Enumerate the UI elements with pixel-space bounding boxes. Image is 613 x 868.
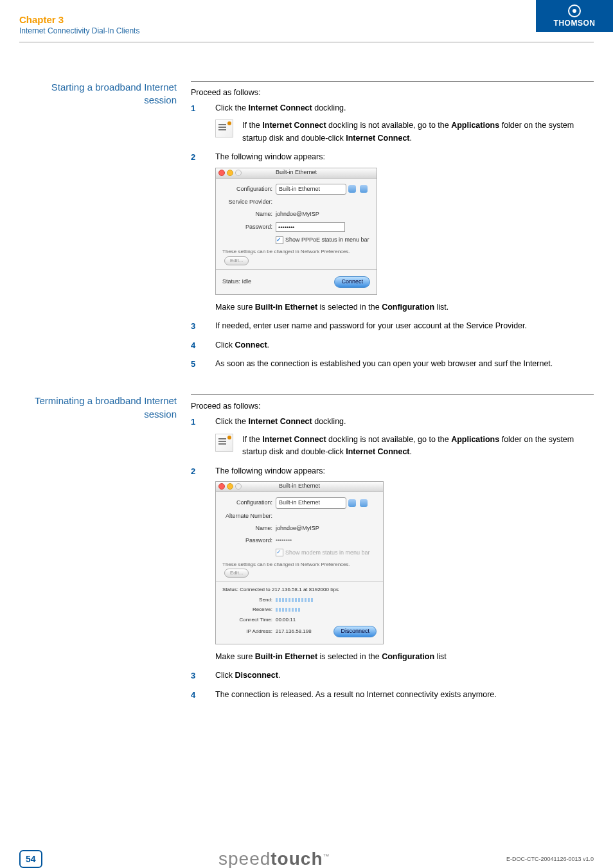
step-number: 4 (191, 689, 195, 702)
page-header: Chapter 3 Internet Connectivity Dial-In … (0, 0, 613, 39)
intro-text: Proceed as follows: (191, 402, 594, 411)
page-number: 54 (19, 850, 42, 868)
edit-button[interactable]: Edit... (224, 569, 249, 578)
ip-address-value: 217.136.58.198 (276, 628, 312, 635)
send-meter (276, 598, 314, 602)
step-number: 4 (191, 339, 195, 352)
password-label: Password: (222, 536, 276, 545)
note-text: If the Internet Connect dockling is not … (242, 120, 594, 145)
step-number: 3 (191, 320, 195, 333)
select-arrows-icon[interactable] (348, 499, 356, 507)
password-input[interactable]: •••••••• (276, 222, 345, 232)
speedtouch-logo: speedtouch™ (218, 849, 330, 868)
connect-time-value: 00:00:11 (276, 616, 296, 624)
section-terminating: Terminating a broadband Internet session… (19, 394, 594, 707)
step-number: 1 (191, 416, 195, 429)
name-label: Name: (222, 210, 276, 219)
password-value: •••••••• (276, 536, 377, 545)
note-text: If the Internet Connect dockling is not … (242, 434, 594, 459)
alternate-number-label: Alternate Number: (222, 512, 276, 521)
step-3: 3 Click Disconnect. (191, 669, 594, 682)
intro-text: Proceed as follows: (191, 88, 594, 97)
checkbox-label: Show modem status in menu bar (285, 549, 370, 556)
section-starting: Starting a broadband Internet session Pr… (19, 81, 594, 376)
note-icon (215, 120, 233, 137)
step-4: 4 Click Connect. (191, 339, 594, 351)
thomson-text: THOMSON (554, 19, 596, 28)
document-version: E-DOC-CTC-20041126-0013 v1.0 (506, 856, 594, 862)
window-title: Built-in Ethernet (216, 482, 383, 491)
phone-icon[interactable] (360, 185, 368, 193)
step-number: 1 (191, 102, 195, 115)
connect-button[interactable]: Connect (334, 276, 370, 288)
internet-connect-window-connected: Built-in Ethernet Configuration: Built-i… (215, 481, 384, 644)
show-status-checkbox (276, 549, 283, 556)
password-label: Password: (222, 223, 276, 232)
phone-icon[interactable] (360, 499, 368, 507)
step-1: 1 Click the Internet Connect dockling. I… (191, 102, 594, 145)
chapter-subtitle: Internet Connectivity Dial-In Clients (19, 26, 139, 35)
step-number: 2 (191, 465, 195, 478)
step-number: 2 (191, 151, 195, 164)
window-title: Built-in Ethernet (216, 168, 377, 177)
internet-connect-window: Built-in Ethernet Configuration: Built-i… (215, 168, 377, 295)
step-5: 5 As soon as the connection is establish… (191, 358, 594, 370)
note-icon (215, 434, 233, 452)
config-label: Configuration: (222, 185, 276, 194)
name-value: johndoe@MyISP (276, 210, 370, 219)
page-footer: 54 speedtouch™ E-DOC-CTC-20041126-0013 v… (0, 849, 613, 868)
chapter-title: Chapter 3 (19, 14, 139, 25)
step-4: 4 The connection is released. As a resul… (191, 689, 594, 701)
thomson-logo: THOMSON (536, 0, 613, 32)
step-2: 2 The following window appears: Built-in… (191, 151, 594, 314)
service-provider-label: Service Provider: (222, 198, 276, 207)
disconnect-button[interactable]: Disconnect (333, 626, 377, 637)
config-label: Configuration: (222, 499, 276, 508)
thomson-icon (568, 4, 581, 17)
receive-meter (276, 608, 301, 612)
step-number: 3 (191, 669, 195, 682)
status-value: Connected to 217.136.58.1 at 8192000 bps (240, 587, 339, 592)
select-arrows-icon[interactable] (348, 185, 356, 193)
step-2: 2 The following window appears: Built-in… (191, 465, 594, 664)
section-heading: Terminating a broadband Internet session (19, 394, 191, 707)
configuration-select[interactable]: Built-in Ethernet (276, 497, 346, 509)
name-value: johndoe@MyISP (276, 524, 377, 533)
checkbox-label: Show PPPoE status in menu bar (285, 236, 369, 243)
section-heading: Starting a broadband Internet session (19, 81, 191, 376)
step-1: 1 Click the Internet Connect dockling. I… (191, 416, 594, 458)
name-label: Name: (222, 524, 276, 533)
configuration-select[interactable]: Built-in Ethernet (276, 184, 346, 195)
step-number: 5 (191, 358, 195, 371)
show-status-checkbox[interactable] (276, 236, 283, 244)
edit-button[interactable]: Edit... (224, 256, 249, 265)
step-3: 3 If needed, enter user name and passwor… (191, 320, 594, 332)
